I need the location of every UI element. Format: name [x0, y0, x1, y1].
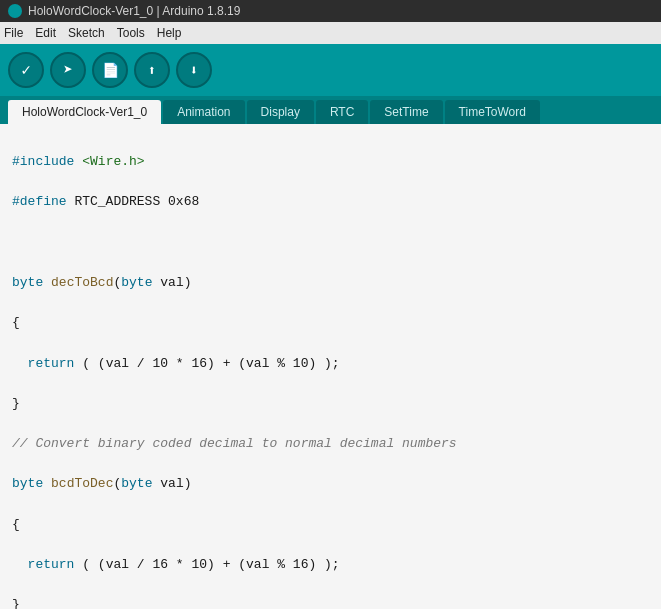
code-line-12: }	[12, 595, 649, 609]
tab-main[interactable]: HoloWordClock-Ver1_0	[8, 100, 161, 124]
tab-settime[interactable]: SetTime	[370, 100, 442, 124]
code-line-1: #include <Wire.h>	[12, 152, 649, 172]
code-line-5: {	[12, 313, 649, 333]
code-line-11: return ( (val / 16 * 10) + (val % 16) );	[12, 555, 649, 575]
upload-icon: ➤	[63, 60, 73, 80]
tab-settime-label: SetTime	[384, 105, 428, 119]
menu-bar: File Edit Sketch Tools Help	[0, 22, 661, 44]
save-icon: ⬇	[190, 62, 198, 79]
new-icon: 📄	[102, 62, 119, 79]
menu-tools[interactable]: Tools	[117, 26, 145, 40]
menu-help[interactable]: Help	[157, 26, 182, 40]
open-icon: ⬆	[148, 62, 156, 79]
tabs-bar: HoloWordClock-Ver1_0 Animation Display R…	[0, 96, 661, 124]
arduino-logo-icon	[8, 4, 22, 18]
title-bar: HoloWordClock-Ver1_0 | Arduino 1.8.19	[0, 0, 661, 22]
code-line-8: // Convert binary coded decimal to norma…	[12, 434, 649, 454]
tab-display-label: Display	[261, 105, 300, 119]
tab-rtc[interactable]: RTC	[316, 100, 368, 124]
window-title: HoloWordClock-Ver1_0 | Arduino 1.8.19	[28, 4, 240, 18]
code-line-7: }	[12, 394, 649, 414]
verify-icon: ✓	[21, 60, 31, 80]
open-button[interactable]: ⬆	[134, 52, 170, 88]
menu-file[interactable]: File	[4, 26, 23, 40]
upload-button[interactable]: ➤	[50, 52, 86, 88]
tab-timetoword-label: TimeToWord	[459, 105, 526, 119]
save-button[interactable]: ⬇	[176, 52, 212, 88]
tab-animation-label: Animation	[177, 105, 230, 119]
code-line-2: #define RTC_ADDRESS 0x68	[12, 192, 649, 212]
tab-animation[interactable]: Animation	[163, 100, 244, 124]
tab-timetoword[interactable]: TimeToWord	[445, 100, 540, 124]
menu-sketch[interactable]: Sketch	[68, 26, 105, 40]
tab-main-label: HoloWordClock-Ver1_0	[22, 105, 147, 119]
code-line-9: byte bcdToDec(byte val)	[12, 474, 649, 494]
code-editor[interactable]: #include <Wire.h> #define RTC_ADDRESS 0x…	[0, 124, 661, 609]
tab-rtc-label: RTC	[330, 105, 354, 119]
toolbar: ✓ ➤ 📄 ⬆ ⬇	[0, 44, 661, 96]
verify-button[interactable]: ✓	[8, 52, 44, 88]
new-button[interactable]: 📄	[92, 52, 128, 88]
code-line-10: {	[12, 515, 649, 535]
menu-edit[interactable]: Edit	[35, 26, 56, 40]
code-line-4: byte decToBcd(byte val)	[12, 273, 649, 293]
code-line-6: return ( (val / 10 * 16) + (val % 10) );	[12, 354, 649, 374]
code-line-3	[12, 233, 649, 253]
tab-display[interactable]: Display	[247, 100, 314, 124]
